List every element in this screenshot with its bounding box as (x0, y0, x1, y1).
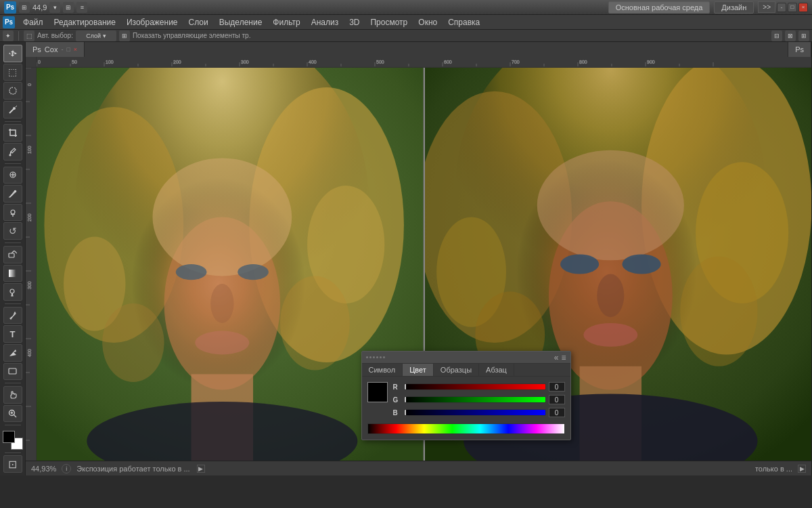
menu-3d[interactable]: 3D (344, 16, 365, 28)
zoom-tool-btn[interactable] (3, 405, 22, 423)
app-close-btn[interactable]: × (798, 3, 808, 12)
menu-edit[interactable]: Редактирование (49, 16, 121, 28)
dodge-tool-btn[interactable] (3, 283, 22, 301)
b-value[interactable]: 0 (549, 408, 565, 417)
panel-menu-btn[interactable]: ≡ (561, 353, 566, 362)
panel-tab-symbol[interactable]: Символ (362, 364, 403, 376)
status-info-icon[interactable]: i (62, 464, 71, 473)
g-slider[interactable] (404, 396, 546, 403)
panel-grip[interactable] (366, 356, 385, 358)
foreground-color-swatch[interactable] (3, 431, 15, 443)
workspace-more-btn[interactable]: >> (758, 1, 775, 13)
r-slider-thumb (405, 384, 406, 389)
status-play-btn[interactable]: ▶ (197, 465, 205, 473)
color-spectrum-bar[interactable] (367, 423, 565, 434)
text-tool-btn[interactable]: T (3, 325, 22, 343)
workspace-design-btn[interactable]: Дизайн (714, 1, 754, 14)
eyedropper-tool-btn[interactable] (3, 143, 22, 161)
viewport-wrapper: 0 100 200 300 400 (26, 68, 811, 461)
doc-tab-controls-close[interactable]: × (74, 46, 77, 53)
app-maximize-btn[interactable]: □ (788, 3, 797, 12)
zoom-percent: 44,93% (31, 465, 56, 473)
brush-tool-btn[interactable] (3, 185, 22, 203)
status-info-text: Экспозиция работает только в ... (76, 465, 189, 473)
crop-tool-btn[interactable] (3, 124, 22, 142)
workspace-primary-btn[interactable]: Основная рабочая среда (608, 1, 710, 14)
menu-select[interactable]: Выделение (214, 16, 268, 28)
doc-tab-controls-max[interactable]: □ (66, 46, 70, 53)
options-icon-4[interactable]: ≡ (76, 2, 87, 13)
options-move-icon[interactable]: ✦ (3, 30, 14, 41)
doc-tab-item[interactable]: Ps Cox - □ × (26, 42, 85, 57)
status-play-btn-2[interactable]: ▶ (798, 465, 806, 473)
gradient-tool-btn[interactable] (3, 265, 22, 282)
grip-dot-6 (383, 356, 385, 358)
menu-analysis[interactable]: Анализ (306, 16, 344, 28)
menu-layers[interactable]: Слои (183, 16, 214, 28)
options-icon-3[interactable]: ⊞ (63, 2, 74, 13)
color-swatches[interactable] (3, 431, 23, 449)
floating-color-panel: « ≡ Символ Цвет Образцы Абзац (361, 351, 571, 440)
g-value[interactable]: 0 (549, 395, 565, 404)
ruler-row: 0 50 100 200 300 400 500 600 (26, 57, 811, 68)
tool-sep-6 (5, 425, 21, 425)
move-tool-btn[interactable] (3, 45, 22, 62)
canvas-viewport: « ≡ Символ Цвет Образцы Абзац (37, 68, 811, 461)
options-extra-2[interactable]: ⊠ (785, 30, 796, 41)
lasso-tool-btn[interactable] (3, 82, 22, 100)
svg-point-77 (195, 331, 249, 355)
doc-tab-controls-min[interactable]: - (61, 46, 63, 53)
options-extra-3[interactable]: ⊞ (798, 30, 809, 41)
layer-select-icon[interactable]: Слой ▾ (76, 30, 116, 41)
g-channel-row: G 0 (393, 395, 565, 404)
grip-dot-1 (366, 356, 368, 358)
menu-filter[interactable]: Фильтр (267, 16, 305, 28)
panel-tab-paragraph[interactable]: Абзац (479, 364, 514, 376)
r-value[interactable]: 0 (549, 382, 565, 391)
tool-sep-7 (5, 452, 21, 453)
magic-wand-tool-btn[interactable] (3, 101, 22, 119)
doc-tab-item-2[interactable]: Ps (788, 42, 811, 57)
path-select-tool-btn[interactable] (3, 344, 22, 362)
menu-window[interactable]: Окно (413, 16, 443, 28)
grip-dot-4 (376, 356, 378, 358)
app-minimize-btn[interactable]: - (777, 3, 786, 12)
svg-point-93 (597, 274, 624, 318)
r-channel-row: R 0 (393, 382, 565, 391)
menu-view[interactable]: Просмотр (365, 16, 413, 28)
clone-tool-btn[interactable] (3, 204, 22, 221)
svg-line-15 (14, 415, 17, 418)
menu-help[interactable]: Справка (443, 16, 485, 28)
options-icon-2[interactable]: ▾ (49, 2, 60, 13)
menu-file[interactable]: Файл (18, 16, 49, 28)
panel-tab-samples[interactable]: Образцы (434, 364, 479, 376)
options-icon-1[interactable]: ⊞ (19, 2, 30, 13)
grip-dot-5 (380, 356, 382, 358)
canvas-area: Ps Cox - □ × Ps 0 50 100 (26, 42, 811, 475)
svg-text:600: 600 (444, 60, 452, 64)
panel-collapse-btn[interactable]: « (554, 353, 559, 362)
healing-tool-btn[interactable] (3, 167, 22, 184)
svg-rect-10 (9, 253, 14, 257)
b-channel-row: B 0 (393, 408, 565, 417)
doc-title: Cox (45, 45, 58, 54)
transform-controls-icon[interactable]: ⊞ (119, 30, 130, 41)
tool-sep-3 (5, 242, 21, 243)
b-slider[interactable] (404, 409, 546, 416)
eraser-tool-btn[interactable] (3, 246, 22, 263)
transform-label: Показать управляющие элементы тр. (133, 32, 251, 39)
grip-dot-2 (369, 356, 371, 358)
options-extra-1[interactable]: ⊟ (771, 30, 782, 41)
color-swatch-main[interactable] (367, 382, 388, 402)
shape-tool-btn[interactable] (3, 363, 22, 381)
hand-tool-btn[interactable] (3, 386, 22, 404)
menu-image[interactable]: Изображение (121, 16, 183, 28)
r-slider[interactable] (404, 383, 546, 390)
selection-rect-tool-btn[interactable]: ⬚ (3, 64, 22, 81)
auto-select-icon[interactable]: ⬚ (24, 30, 35, 41)
panel-tab-color[interactable]: Цвет (403, 364, 434, 376)
title-bar-left: Ps ⊞ 44,9 ▾ ⊞ ≡ (4, 1, 87, 14)
pen-tool-btn[interactable] (3, 307, 22, 324)
history-brush-tool-btn[interactable]: ↺ (3, 222, 22, 240)
screen-mode-btn[interactable]: ⊡ (3, 455, 22, 473)
